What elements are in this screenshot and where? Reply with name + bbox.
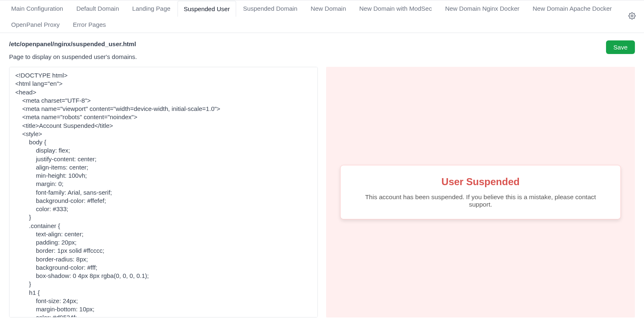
- preview-title: User Suspended: [353, 176, 608, 188]
- tab-default-domain[interactable]: Default Domain: [70, 0, 125, 16]
- tab-error-pages[interactable]: Error Pages: [67, 16, 112, 33]
- html-editor[interactable]: [9, 67, 318, 318]
- tab-suspended-domain[interactable]: Suspended Domain: [237, 0, 304, 16]
- file-path: /etc/openpanel/nginx/suspended_user.html: [9, 40, 137, 47]
- preview-card: User Suspended This account has been sus…: [340, 165, 621, 219]
- tab-new-domain-apache-docker[interactable]: New Domain Apache Docker: [526, 0, 618, 16]
- tab-new-domain-nginx-docker[interactable]: New Domain Nginx Docker: [439, 0, 526, 16]
- tabs-bar: Main ConfigurationDefault DomainLanding …: [5, 0, 639, 33]
- svg-point-0: [631, 15, 633, 17]
- tab-landing-page[interactable]: Landing Page: [126, 0, 177, 16]
- tab-openpanel-proxy[interactable]: OpenPanel Proxy: [5, 16, 66, 33]
- page-description: Page to display on suspended user's doma…: [9, 53, 137, 60]
- tab-main-configuration[interactable]: Main Configuration: [5, 0, 69, 16]
- save-button[interactable]: Save: [606, 40, 635, 54]
- tab-new-domain[interactable]: New Domain: [304, 0, 352, 16]
- preview-message: This account has been suspended. If you …: [353, 193, 608, 208]
- preview-pane: User Suspended This account has been sus…: [326, 67, 635, 318]
- tab-new-domain-with-modsec[interactable]: New Domain with ModSec: [353, 0, 438, 16]
- gear-icon[interactable]: [628, 12, 636, 21]
- tab-suspended-user[interactable]: Suspended User: [178, 1, 236, 17]
